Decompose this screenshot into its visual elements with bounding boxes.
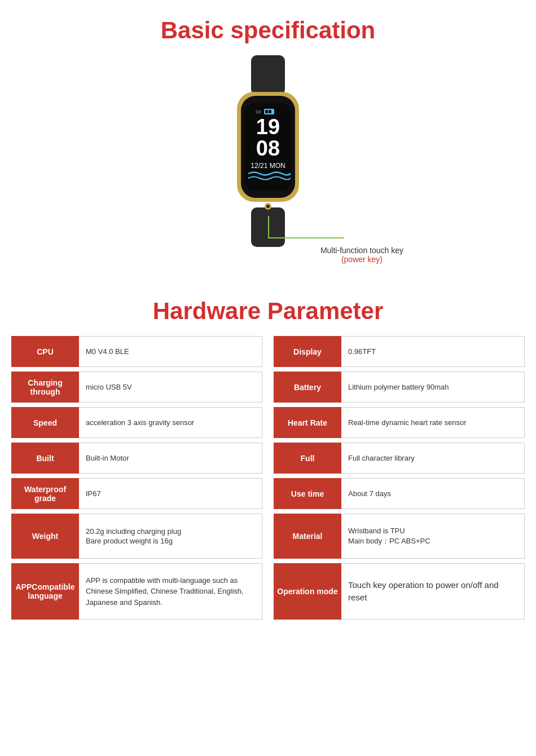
svg-text:co: co (256, 109, 261, 114)
watch-section: 19 08 12/21 MON co Multi-function touch … (0, 55, 536, 264)
spec-waterproof-label: Waterproof grade (11, 478, 79, 509)
spec-waterproof: Waterproof grade IP67 (11, 478, 262, 509)
spec-heartrate-label: Heart Rate (274, 407, 341, 438)
spec-charging: Charging through micro USB 5V (11, 372, 262, 403)
spec-cpu-value: M0 V4.0 BLE (79, 336, 262, 367)
spec-usetime-label: Use time (274, 478, 341, 509)
spec-weight-value: 20.2g including charging plug Bare produ… (79, 514, 262, 559)
specs-left-col: CPU M0 V4.0 BLE Charging through micro U… (11, 336, 262, 624)
annotation-line1: Multi-function touch key (320, 246, 403, 255)
spec-built: Built Built-in Motor (11, 443, 262, 474)
spec-built-value: Built-in Motor (79, 443, 262, 474)
spec-operation-label: Operation mode (274, 563, 341, 620)
svg-text:08: 08 (256, 136, 280, 160)
spec-app-value: APP is compatible with multi-language su… (79, 563, 262, 620)
spec-battery-label: Battery (274, 372, 341, 403)
spec-speed: Speed acceleration 3 axis gravity sensor (11, 407, 262, 438)
spec-operation-value1: Touch key operation to power on/off and … (348, 579, 517, 604)
spec-battery-value: Lithium polymer battery 90mah (341, 372, 525, 403)
spec-weight-value2: Bare product weight is 16g (86, 537, 173, 545)
annotation-line2: (power key) (320, 255, 403, 264)
specs-wrapper: CPU M0 V4.0 BLE Charging through micro U… (0, 336, 536, 624)
spec-weight: Weight 20.2g including charging plug Bar… (11, 514, 262, 559)
spec-display-value: 0.96TFT (341, 336, 525, 367)
hardware-title: Hardware Parameter (0, 281, 536, 336)
svg-text:19: 19 (256, 115, 280, 139)
specs-right-col: Display 0.96TFT Battery Lithium polymer … (274, 336, 525, 624)
spec-app-value1: APP is compatible with multi-language su… (86, 575, 255, 608)
spec-cpu: CPU M0 V4.0 BLE (11, 336, 262, 367)
spec-heartrate: Heart Rate Real-time dynamic heart rate … (274, 407, 525, 438)
spec-charging-label: Charging through (11, 372, 79, 403)
svg-text:12/21 MON: 12/21 MON (251, 162, 285, 170)
annotation-line-h (268, 237, 344, 238)
svg-point-13 (266, 205, 270, 208)
svg-rect-11 (269, 110, 271, 113)
svg-rect-0 (251, 55, 285, 95)
spec-full-value: Full character library (341, 443, 525, 474)
spec-operation: Operation mode Touch key operation to po… (274, 563, 525, 620)
spec-built-label: Built (11, 443, 79, 474)
spec-weight-value1: 20.2g including charging plug (86, 527, 181, 536)
spec-waterproof-value: IP67 (79, 478, 262, 509)
spec-speed-label: Speed (11, 407, 79, 438)
annotation-line-v1 (268, 216, 269, 238)
spec-charging-value: micro USB 5V (79, 372, 262, 403)
spec-material: Material Wristband is TPU Main body：PC A… (274, 514, 525, 559)
svg-rect-10 (265, 110, 268, 113)
spec-material-label: Material (274, 514, 341, 559)
spec-app-label: APPCompatible language (11, 563, 79, 620)
spec-heartrate-value: Real-time dynamic heart rate sensor (341, 407, 525, 438)
spec-usetime: Use time About 7 days (274, 478, 525, 509)
spec-material-value2: Main body：PC ABS+PC (348, 536, 430, 546)
spec-cpu-label: CPU (11, 336, 79, 367)
spec-material-value1: Wristband is TPU (348, 527, 405, 535)
spec-full: Full Full character library (274, 443, 525, 474)
page-title: Basic specification (0, 0, 536, 50)
spec-app: APPCompatible language APP is compatible… (11, 563, 262, 620)
spec-battery: Battery Lithium polymer battery 90mah (274, 372, 525, 403)
watch-area: 19 08 12/21 MON co Multi-function touch … (127, 55, 409, 264)
spec-display-label: Display (274, 336, 341, 367)
spec-weight-label: Weight (11, 514, 79, 559)
spec-operation-value: Touch key operation to power on/off and … (341, 563, 525, 620)
spec-usetime-value: About 7 days (341, 478, 525, 509)
annotation-text: Multi-function touch key (power key) (320, 246, 403, 264)
spec-display: Display 0.96TFT (274, 336, 525, 367)
spec-speed-value: acceleration 3 axis gravity sensor (79, 407, 262, 438)
spec-full-label: Full (274, 443, 341, 474)
spec-material-value: Wristband is TPU Main body：PC ABS+PC (341, 514, 525, 559)
